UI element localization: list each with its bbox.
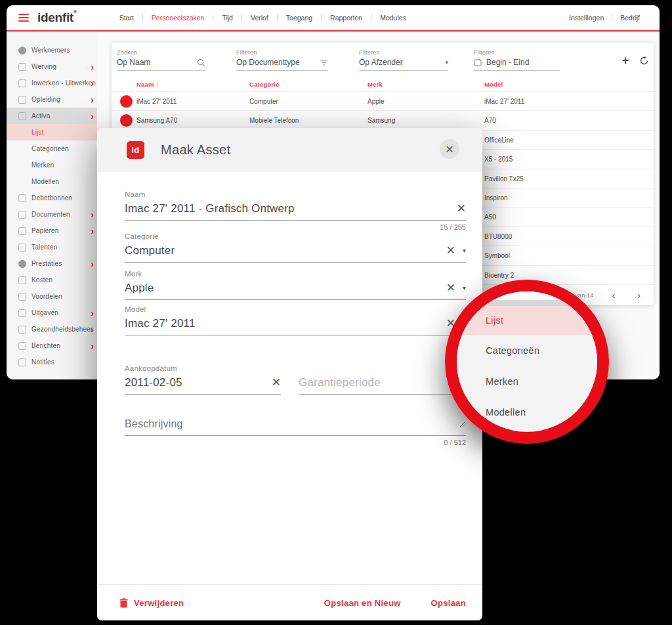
- sidebar-item[interactable]: Gezondheidsbeheer ›: [7, 321, 97, 337]
- caret-down-icon[interactable]: ▾: [463, 284, 466, 291]
- chevron-right-icon: ›: [91, 325, 94, 334]
- costs-icon: [18, 276, 26, 284]
- magnifier-overlay: Lijst Categorieën Merken Modellen: [445, 280, 609, 444]
- magnified-submenu: Lijst Categorieën Merken Modellen: [457, 306, 597, 427]
- sidebar-item[interactable]: Prestaties ›: [7, 255, 97, 272]
- nav-item[interactable]: Toegang: [278, 14, 321, 22]
- garantieperiode-input[interactable]: Garantieperiode: [299, 376, 466, 389]
- topbar: idenfit* Start Personeelszaken Tijd: [7, 5, 660, 30]
- sidebar-item-label: Gezondheidsbeheer: [32, 326, 93, 333]
- aankoopdatum-input[interactable]: 2011-02-05: [125, 376, 264, 389]
- clear-icon[interactable]: ✕: [446, 282, 455, 293]
- refresh-button[interactable]: [638, 54, 650, 66]
- daterange-input[interactable]: Begin - Eind: [486, 58, 560, 67]
- merk-select[interactable]: Apple: [125, 282, 438, 295]
- sidebar-item[interactable]: Modellen ›: [7, 173, 97, 190]
- column-header-naam[interactable]: Naam↑: [136, 81, 159, 88]
- nav-item[interactable]: Tijd: [213, 14, 242, 22]
- sidebar-item[interactable]: Documenten ›: [7, 206, 97, 223]
- nav-item[interactable]: Verlof: [242, 14, 277, 22]
- talents-icon: [18, 244, 26, 251]
- sidebar-item[interactable]: Voordelen ›: [7, 288, 97, 305]
- sidebar-item[interactable]: Notities ›: [7, 354, 97, 370]
- save-and-new-button[interactable]: Opslaan en Nieuw: [324, 598, 401, 608]
- sidebar-item[interactable]: Debetbonnen ›: [7, 190, 97, 206]
- search-input[interactable]: Op Naam: [117, 58, 197, 67]
- model-select[interactable]: Imac 27' 2011: [125, 317, 438, 330]
- sidebar-item-label: Papieren: [32, 227, 59, 234]
- sidebar-item[interactable]: Papieren ›: [7, 223, 97, 239]
- chevron-right-icon: ›: [91, 79, 94, 88]
- nav-item[interactable]: Rapporten: [322, 14, 371, 22]
- delete-label: Verwijderen: [134, 598, 184, 608]
- naam-input[interactable]: Imac 27' 2011 - Grafisch Ontwerp: [125, 202, 449, 215]
- daterange-filter: Filteren Begin - Eind: [474, 49, 560, 71]
- save-button[interactable]: Opslaan: [431, 598, 466, 608]
- add-asset-button[interactable]: +: [620, 54, 631, 66]
- chevron-right-icon: ›: [91, 309, 94, 318]
- topbar-right: Instellingen Bedrijf: [561, 13, 648, 22]
- caret-down-icon[interactable]: ▾: [463, 247, 466, 254]
- sidebar-item-label: Berichten: [32, 342, 60, 349]
- column-header-merk[interactable]: Merk: [368, 81, 383, 88]
- hamburger-menu-icon[interactable]: [18, 14, 29, 22]
- magnified-submenu-label: Categorieën: [486, 345, 539, 356]
- sidebar-item[interactable]: Lijst ›: [7, 124, 97, 140]
- sidebar-item-label: Werving: [32, 63, 56, 70]
- calendar-icon: [474, 58, 482, 66]
- assets-icon: [18, 112, 26, 120]
- sidebar-item[interactable]: Uitgaven ›: [7, 305, 97, 321]
- sidebar-item[interactable]: Berichten ›: [7, 337, 97, 354]
- categorie-select[interactable]: Computer: [125, 244, 438, 257]
- column-header-categorie[interactable]: Categorie: [249, 81, 280, 88]
- previous-page-icon[interactable]: ‹: [608, 291, 620, 300]
- sidebar-item[interactable]: Kosten ›: [7, 272, 97, 288]
- close-icon[interactable]: ✕: [440, 139, 459, 159]
- expenses-icon: [18, 309, 26, 317]
- beschrijving-textarea[interactable]: Beschrijving: [125, 418, 466, 430]
- chevron-right-icon: ›: [91, 112, 94, 121]
- training-icon: [18, 96, 26, 104]
- field-label: Aankoopdatum: [125, 364, 281, 376]
- sidebar-item-label: Merken: [32, 162, 54, 169]
- sidebar-item-label: Activa: [32, 112, 50, 119]
- column-header-model[interactable]: Model: [484, 81, 503, 88]
- field-label: Naam: [125, 190, 466, 202]
- topbar-link[interactable]: Bedrijf: [612, 14, 648, 22]
- clear-icon[interactable]: ✕: [272, 377, 281, 388]
- doctype-select[interactable]: Op Documenttype: [236, 58, 320, 67]
- chevron-right-icon: ›: [91, 210, 94, 219]
- magnified-submenu-item: Categorieën: [457, 335, 597, 366]
- chevron-right-icon: ›: [91, 95, 94, 104]
- delete-button[interactable]: Verwijderen: [119, 598, 184, 608]
- sender-select[interactable]: Op Afzender: [359, 58, 445, 67]
- sidebar-item[interactable]: Categorieën ›: [7, 140, 97, 157]
- clear-icon[interactable]: ✕: [446, 245, 455, 256]
- caret-down-icon[interactable]: ▾: [445, 59, 448, 66]
- sidebar-item[interactable]: Werknemers ›: [7, 42, 97, 58]
- magnifier-content: Lijst Categorieën Merken Modellen: [457, 291, 597, 432]
- nav-item[interactable]: Modules: [371, 14, 415, 22]
- table-header-row: Naam↑ Categorie Merk Model: [112, 77, 654, 92]
- topbar-link[interactable]: Instellingen: [561, 14, 612, 22]
- nav-item[interactable]: Start: [111, 14, 142, 22]
- sidebar-item[interactable]: Werving ›: [7, 58, 97, 75]
- recruiting-icon: [18, 63, 26, 71]
- next-page-icon[interactable]: ›: [633, 291, 644, 300]
- resize-handle-icon[interactable]: [459, 421, 465, 427]
- table-row[interactable]: iMac 27' 2011 Computer Apple iMac 27' 20…: [112, 92, 654, 111]
- sidebar-item[interactable]: Opleiding ›: [7, 91, 97, 108]
- filter-lines-icon[interactable]: [320, 59, 328, 66]
- field-model: Model Imac 27' 2011 ✕ ▾: [125, 305, 466, 335]
- sidebar-item[interactable]: Inwerken - Uitwerken ›: [7, 75, 97, 91]
- sidebar-item[interactable]: Talenten ›: [7, 239, 97, 255]
- cell-model: Symbool: [484, 252, 510, 259]
- sender-filter: Filteren Op Afzender ▾: [359, 49, 448, 71]
- sidebar-item[interactable]: Activa ›: [7, 108, 97, 124]
- clear-icon[interactable]: ✕: [457, 203, 466, 214]
- modal-footer: Verwijderen Opslaan en Nieuw Opslaan: [97, 584, 482, 620]
- search-icon: [197, 58, 205, 67]
- sidebar-item-label: Talenten: [32, 244, 57, 251]
- nav-item[interactable]: Personeelszaken: [143, 14, 213, 22]
- sidebar-item[interactable]: Merken ›: [7, 157, 97, 173]
